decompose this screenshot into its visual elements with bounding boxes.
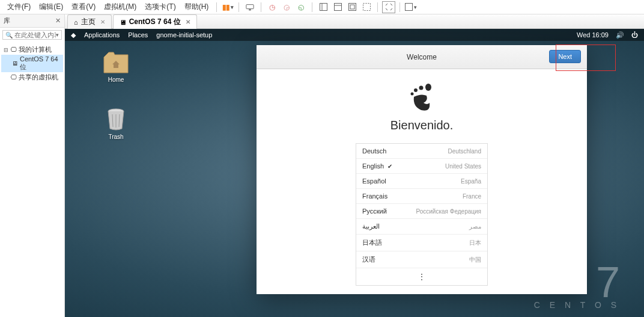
welcome-titlebar: Welcome Next (257, 45, 587, 69)
svg-rect-2 (320, 4, 327, 11)
search-icon: 🔍 (5, 32, 13, 38)
tree-shared-label: 共享的虚拟机 (19, 73, 58, 82)
vm-screen: ◆ Applications Places gnome-initial-setu… (65, 29, 644, 317)
language-row[interactable]: 汉语中国 (356, 251, 487, 268)
svg-point-17 (411, 93, 414, 96)
trash-icon (103, 107, 129, 131)
welcome-dialog: Welcome Next Bienvenido. (257, 45, 587, 294)
menu-edit[interactable]: 编辑(E) (35, 1, 67, 13)
gnome-process[interactable]: gnome-initial-setup (156, 31, 212, 38)
snapshot-revert-icon[interactable]: ◵ (294, 1, 308, 13)
centos-logo: 7 C E N T O S (534, 265, 620, 310)
tab-centos[interactable]: 🖥 CentOS 7 64 位 ✕ (113, 14, 197, 29)
tree-shared[interactable]: 🖵 共享的虚拟机 (1, 72, 63, 82)
tree-toggle-icon[interactable]: ⊟ (4, 47, 9, 53)
language-name: English✔ (362, 162, 392, 170)
home-icon: ⌂ (74, 19, 78, 26)
svg-point-14 (425, 84, 431, 91)
desktop-trash[interactable]: Trash (98, 107, 134, 140)
language-row[interactable]: 日本語日本 (356, 235, 487, 251)
separator (399, 2, 400, 12)
layout-icon-3[interactable] (345, 1, 359, 13)
snapshot-manage-icon[interactable]: ◶ (280, 1, 293, 13)
layout-icon-1[interactable] (317, 1, 330, 13)
tab-home-label: 主页 (81, 17, 96, 27)
svg-rect-1 (249, 9, 252, 10)
more-languages[interactable]: ⋮ (356, 268, 487, 285)
menu-vm[interactable]: 虚拟机(M) (100, 1, 140, 13)
gnome-topbar: ◆ Applications Places gnome-initial-setu… (65, 29, 644, 41)
tree-vm-centos[interactable]: 🖥 CentOS 7 64 位 (1, 55, 63, 72)
language-row[interactable]: English✔United States (356, 159, 487, 174)
language-name: Deutsch (362, 147, 386, 155)
menu-help[interactable]: 帮助(H) (181, 1, 213, 13)
svg-rect-0 (246, 4, 254, 8)
snapshot-icon[interactable]: ◷ (266, 1, 279, 13)
gnome-clock[interactable]: Wed 16:09 (577, 31, 609, 38)
sidebar-search[interactable]: 🔍 ▾ (2, 30, 62, 40)
close-tab-icon[interactable]: ✕ (186, 19, 190, 25)
separator (261, 2, 261, 12)
language-row[interactable]: العربيةمصر (356, 219, 487, 235)
tree-root[interactable]: ⊟ 🖵 我的计算机 (1, 45, 63, 55)
language-row[interactable]: EspañolEspaña (356, 174, 487, 189)
separator (377, 2, 378, 12)
menu-tabs[interactable]: 选项卡(T) (141, 1, 179, 13)
pause-button[interactable]: ▮▮ (221, 1, 234, 13)
next-button[interactable]: Next (549, 50, 581, 63)
separator (216, 2, 217, 12)
menu-view[interactable]: 查看(V) (68, 1, 99, 13)
centos-name: C E N T O S (534, 300, 620, 310)
unity-icon[interactable] (404, 1, 418, 13)
language-country: United States (445, 163, 481, 170)
activities-icon[interactable]: ◆ (71, 31, 76, 39)
welcome-body: Bienvenido. DeutschDeutschlandEnglish✔Un… (257, 69, 587, 294)
volume-icon[interactable]: 🔊 (616, 31, 624, 39)
tree-vm-label: CentOS 7 64 位 (20, 55, 63, 72)
language-name: Français (362, 192, 387, 200)
language-row[interactable]: FrançaisFrance (356, 189, 487, 204)
vmware-menubar: 文件(F) 编辑(E) 查看(V) 虚拟机(M) 选项卡(T) 帮助(H) ▮▮… (0, 0, 644, 14)
language-row[interactable]: DeutschDeutschland (356, 144, 487, 159)
desktop-home-label: Home (98, 76, 134, 83)
language-country: 中国 (469, 256, 481, 264)
sidebar-title: 库 (4, 16, 10, 25)
tree-root-label: 我的计算机 (19, 45, 52, 54)
layout-icon-4[interactable] (360, 1, 373, 13)
separator (238, 2, 239, 12)
search-input[interactable] (14, 31, 56, 38)
svg-rect-8 (363, 4, 370, 11)
svg-rect-7 (350, 5, 354, 9)
language-country: Российская Федерация (416, 208, 481, 215)
gnome-logo-icon (407, 84, 437, 114)
menu-file[interactable]: 文件(F) (4, 1, 34, 13)
language-name: 日本語 (362, 238, 382, 247)
welcome-title: Welcome (407, 53, 437, 61)
gnome-applications[interactable]: Applications (84, 31, 120, 38)
sidebar-close-icon[interactable]: ✕ (55, 17, 61, 25)
computer-icon: 🖵 (11, 46, 17, 53)
svg-rect-9 (406, 4, 413, 11)
vm-icon: 🖥 (12, 60, 18, 67)
search-dropdown-icon[interactable]: ▾ (56, 32, 59, 38)
tab-home[interactable]: ⌂ 主页 ✕ (67, 14, 112, 29)
language-name: 汉语 (362, 255, 375, 264)
separator (312, 2, 312, 12)
centos-version: 7 (534, 265, 620, 300)
fullscreen-icon[interactable] (382, 1, 395, 13)
language-country: France (463, 193, 481, 200)
welcome-greeting: Bienvenido. (257, 118, 587, 132)
gnome-places[interactable]: Places (128, 31, 148, 38)
language-name: العربية (362, 223, 380, 230)
layout-icon-2[interactable] (331, 1, 344, 13)
close-tab-icon[interactable]: ✕ (100, 19, 105, 25)
power-icon[interactable]: ⏻ (631, 31, 638, 38)
language-country: Deutschland (448, 148, 481, 155)
tab-centos-label: CentOS 7 64 位 (129, 17, 181, 27)
language-country: 日本 (469, 239, 481, 247)
language-row[interactable]: РусскийРоссийская Федерация (356, 204, 487, 219)
language-country: España (461, 178, 481, 185)
check-icon: ✔ (387, 163, 392, 170)
desktop-home[interactable]: Home (98, 50, 134, 83)
send-ctrl-alt-del-icon[interactable] (243, 1, 257, 13)
